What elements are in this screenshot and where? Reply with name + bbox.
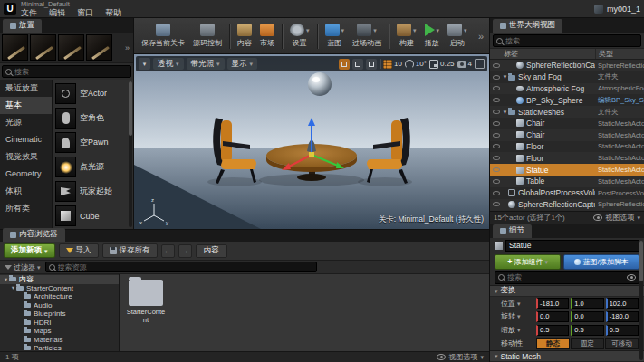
rotation-y-field[interactable]: 0.0	[571, 311, 603, 322]
outliner-row-SphereReflectionCapture[interactable]: SphereReflectionCaptureSphereReflectionC…	[490, 60, 644, 71]
column-header-label[interactable]: 标签	[490, 49, 595, 59]
static-mesh-section-header[interactable]: ▾ Static Mesh	[490, 350, 644, 362]
scale-snap-control[interactable]: 0.25	[429, 60, 455, 69]
scale-z-field[interactable]: 0.5	[606, 325, 639, 336]
place-scrollbar-thumb[interactable]	[129, 81, 132, 136]
visibility-eye-icon[interactable]	[493, 202, 500, 206]
visibility-eye-icon[interactable]	[493, 133, 500, 138]
menu-item-2[interactable]: 窗口	[77, 8, 93, 17]
transform-section-header[interactable]: ▾ 变换	[490, 285, 644, 297]
toolbar-settings-button[interactable]: ▾设置	[286, 21, 313, 51]
asset-search-input[interactable]	[58, 263, 313, 272]
tab-details[interactable]: 细节	[493, 224, 532, 238]
visibility-eye-icon[interactable]	[493, 179, 500, 184]
place-search-input[interactable]	[14, 68, 128, 76]
folder-tree-item-内容[interactable]: ▼内容	[0, 275, 119, 284]
mobility-option-可移动[interactable]: 可移动	[605, 338, 639, 349]
import-button[interactable]: 导入	[59, 243, 99, 258]
outliner-row-StaticMeshes[interactable]: ▼StaticMeshes文件夹	[490, 106, 644, 118]
place-scrollbar[interactable]	[129, 81, 132, 227]
rotation-z-field[interactable]: -180.0	[606, 311, 639, 322]
reflection-sphere[interactable]	[308, 72, 332, 96]
visibility-eye-icon[interactable]	[493, 86, 500, 90]
outliner-view-options-button[interactable]: 视图选项 ▾	[593, 213, 640, 223]
outliner-row-Sky and Fog[interactable]: ▼Sky and Fog文件夹	[490, 71, 644, 83]
asset-search[interactable]	[45, 262, 317, 272]
outliner-row-BP_Sky_Sphere[interactable]: BP_Sky_Sphere编辑BP_Sky_Sphere	[490, 94, 644, 106]
place-item-1[interactable]: 空角色	[55, 106, 126, 130]
place-category-1[interactable]: 基本	[0, 97, 52, 114]
folder-tree-item-Audio[interactable]: Audio	[0, 301, 119, 310]
place-item-2[interactable]: 空Pawn	[55, 130, 126, 155]
scale-y-field[interactable]: 0.5	[571, 325, 603, 336]
scale-x-field[interactable]: 0.5	[536, 325, 569, 336]
place-category-4[interactable]: 视觉效果	[0, 148, 52, 166]
camera-speed-control[interactable]: 4	[457, 60, 472, 68]
place-category-3[interactable]: Cinematic	[0, 131, 52, 148]
location-y-field[interactable]: 1.0	[571, 298, 603, 309]
toolbar-play-button[interactable]: ▾播放	[421, 21, 444, 51]
visibility-eye-icon[interactable]	[493, 121, 500, 126]
maximize-viewport-button[interactable]	[475, 59, 485, 69]
viewport-dropdown-2[interactable]: 显示▾	[227, 58, 258, 70]
toolbar-marketplace-button[interactable]: 市场	[256, 21, 278, 51]
recent-asset-thumb[interactable]	[2, 34, 28, 61]
rotation-snap-control[interactable]: 10°	[405, 60, 427, 69]
place-item-4[interactable]: 玩家起始	[55, 179, 126, 204]
visibility-eye-icon[interactable]	[493, 98, 500, 102]
visibility-eye-icon[interactable]	[493, 63, 500, 68]
outliner-row-Atmospheric Fog[interactable]: Atmospheric FogAtmosphericFog	[490, 83, 644, 95]
outliner-row-Statue[interactable]: StatueStaticMeshActor	[490, 164, 644, 176]
outliner-row-Floor[interactable]: FloorStaticMeshActor	[490, 141, 644, 153]
expander-down-icon[interactable]: ▼	[502, 74, 508, 80]
details-scrollbar[interactable]	[639, 241, 643, 360]
expander-down-icon[interactable]: ▼	[10, 285, 16, 291]
folder-tree-item-StarterContent[interactable]: ▼StarterContent	[0, 284, 119, 293]
folder-tree-item-Particles[interactable]: Particles	[0, 344, 119, 351]
toolbar-save-button[interactable]: 保存当前关卡	[138, 21, 188, 51]
viewport-options-button[interactable]: ▾	[139, 58, 150, 70]
visibility-eye-icon[interactable]	[493, 75, 500, 80]
place-category-6[interactable]: 体积	[0, 183, 52, 200]
add-component-button[interactable]: + 添加组件 ▾	[495, 254, 561, 270]
outliner-row-Table[interactable]: TableStaticMeshActor	[490, 176, 644, 187]
details-search[interactable]	[495, 272, 639, 284]
menu-item-0[interactable]: 文件	[21, 8, 37, 17]
outliner-row-Chair[interactable]: ChairStaticMeshActor	[490, 129, 644, 141]
rotation-x-field[interactable]: 0.0	[536, 311, 569, 322]
rotation-label[interactable]: 旋转 ▾	[501, 311, 533, 321]
place-category-5[interactable]: Geometry	[0, 166, 52, 183]
mobility-option-静态[interactable]: 静态	[536, 338, 570, 349]
column-header-type[interactable]: 类型	[595, 49, 644, 59]
actor-name-field[interactable]: Statue	[505, 240, 639, 252]
viewport[interactable]: z x y ▾ 透视▾带光照▾显示▾ 1010°0.254 关卡: Minima…	[134, 54, 489, 229]
viewport-dropdown-0[interactable]: 透视▾	[153, 58, 184, 70]
place-item-3[interactable]: 点光源	[55, 155, 126, 179]
folder-tree-item-Maps[interactable]: Maps	[0, 327, 119, 336]
place-item-5[interactable]: Cube	[55, 204, 126, 228]
menu-item-1[interactable]: 编辑	[49, 8, 65, 17]
blueprint-add-script-button[interactable]: 蓝图/添加脚本	[563, 254, 639, 270]
location-x-field[interactable]: -181.0	[536, 298, 569, 309]
expander-down-icon[interactable]: ▼	[502, 110, 508, 115]
menu-item-3[interactable]: 帮助	[105, 8, 121, 17]
visibility-eye-icon[interactable]	[493, 110, 500, 114]
filters-button[interactable]: 过滤器 ▾	[5, 262, 41, 272]
grid-snap-control[interactable]: 10	[383, 60, 402, 69]
tab-content-browser[interactable]: 内容浏览器	[3, 228, 65, 242]
outliner-row-GlobalPostProcessVolume[interactable]: GlobalPostProcessVolumePostProcessVolume	[490, 187, 644, 199]
visibility-eye-icon[interactable]	[493, 156, 500, 160]
scale-label[interactable]: 缩放 ▾	[501, 325, 533, 335]
tab-world-outliner[interactable]: 世界大纲视图	[493, 19, 562, 33]
toolbar-build-button[interactable]: ▾构建	[393, 21, 420, 51]
recent-asset-thumb[interactable]	[30, 34, 56, 61]
folder-tree-item-HDRI[interactable]: HDRI	[0, 319, 119, 328]
viewport-dropdown-1[interactable]: 带光照▾	[187, 58, 225, 70]
recent-asset-thumb[interactable]	[58, 34, 84, 61]
outliner-row-Chair[interactable]: ChairStaticMeshActor	[490, 118, 644, 129]
scale-tool-button[interactable]	[366, 59, 377, 70]
folder-tree-item-Architecture[interactable]: Architecture	[0, 292, 119, 301]
toolbar-blueprints-button[interactable]: ▾蓝图	[322, 21, 349, 51]
details-search-input[interactable]	[507, 273, 624, 281]
outliner-search[interactable]	[493, 34, 641, 47]
